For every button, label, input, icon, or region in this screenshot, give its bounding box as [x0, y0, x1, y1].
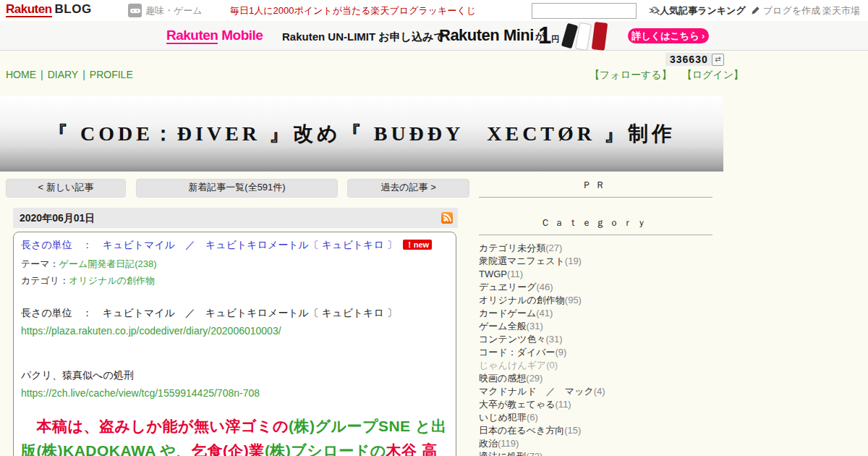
blog-nav: HOME|DIARY|PROFILE: [6, 69, 133, 80]
entry-date-bar: 2020年06月01日: [13, 208, 458, 228]
category-item-label: 衆院選マニフェスト: [479, 256, 565, 266]
category-item[interactable]: いじめ犯罪(6): [479, 411, 712, 424]
rakuten-blog-logo[interactable]: RakutenBLOG: [6, 2, 92, 17]
rakuten-mobile-logo: Rakuten Mobile: [166, 28, 263, 44]
rakuten-mobile-ad-banner[interactable]: Rakuten Mobile Rakuten UN-LIMIT お申し込みで R…: [0, 21, 868, 51]
counter-reload-icon[interactable]: ⇄: [712, 54, 724, 66]
search-box: [532, 3, 637, 19]
category-item-count: (27): [545, 242, 562, 253]
blog-title: 『 CODE：ĐIVER 』改め『 BUĐĐY XECTØR 』制作: [48, 120, 676, 148]
nav-diary-link[interactable]: DIARY: [48, 69, 79, 80]
category-item[interactable]: コンテンツ色々(31): [479, 333, 712, 346]
entry-category-row: カテゴリ：オリジナルの創作物: [21, 274, 448, 287]
ad-product-text: Rakuten Miniが: [439, 26, 545, 45]
category-item-label: カードゲーム: [479, 308, 536, 318]
blog-wordmark: BLOG: [55, 2, 92, 16]
category-item-label: デュヱリーグ: [479, 282, 537, 292]
category-item[interactable]: TWGP(11): [479, 268, 712, 281]
category-item[interactable]: マクドナルド ／ マック(4): [479, 385, 712, 398]
older-entries-button[interactable]: 過去の記事 >: [347, 179, 469, 198]
category-item[interactable]: オリジナルの創作物(95): [479, 294, 712, 307]
category-item[interactable]: ゲーム全般(31): [479, 320, 712, 333]
entry-body-link-2[interactable]: https://2ch.live/cache/view/tcg/15599144…: [21, 387, 260, 399]
nav-separator: |: [82, 69, 85, 80]
search-input[interactable]: [532, 5, 650, 17]
genre-label: 趣味・ゲーム: [145, 4, 203, 17]
category-heading: Ｃａｔｅｇｏｒｙ: [479, 216, 712, 235]
category-item-count: (29): [526, 373, 542, 384]
top-bar: RakutenBLOG 趣味・ゲーム 毎日1人に2000ポイントが当たる楽天ブロ…: [0, 0, 868, 22]
ranking-prefix: >>: [649, 5, 660, 16]
category-item-label: コンテンツ色々: [479, 334, 546, 345]
follow-button[interactable]: 【フォローする】: [590, 69, 672, 80]
category-item-count: (6): [527, 412, 538, 423]
rss-icon[interactable]: [441, 212, 453, 224]
big-text-segment: 乞食(企)業: [192, 442, 265, 456]
entry-body-heading: 長さの単位 ： キュビトマイル ／ キュビトキロメートル〔 キュビトキロ 〕: [21, 307, 448, 320]
category-item-label: TWGP: [479, 269, 507, 279]
login-button[interactable]: 【ログイン】: [682, 69, 744, 80]
entry-title-link[interactable]: 長さの単位 ： キュビトマイル ／ キュビトキロメートル〔 キュビトキロ 〕: [21, 239, 397, 250]
entry-category-link[interactable]: オリジナルの創作物: [69, 275, 155, 286]
category-item[interactable]: 大卒が教ェてゃる(11): [479, 398, 712, 411]
lucky-lottery-promo-link[interactable]: 毎日1人に2000ポイントが当たる楽天ブログラッキーくじ: [230, 0, 476, 21]
big-text-segment: (株)ブシロードの: [265, 442, 386, 456]
big-text: 本稿は、盗みしか能が無い滓ゴミの(株)グループSNE と出版(株)KADOKAW…: [21, 414, 448, 456]
popular-articles-ranking-link[interactable]: >>人気記事ランキング: [649, 0, 746, 21]
ad-campaign-text: Rakuten UN-LIMIT お申し込みで: [282, 30, 445, 44]
theme-label: テーマ：: [21, 258, 59, 269]
genre-link[interactable]: 趣味・ゲーム: [128, 4, 203, 17]
entry-date: 2020年06月01日: [20, 212, 95, 224]
entry-body-link-1[interactable]: https://plaza.rakuten.co.jp/codediver/di…: [21, 325, 281, 337]
big-text-segment: 本稿は、盗みしか能が無い滓ゴミの: [21, 418, 289, 434]
follow-login-row: 【フォローする】【ログイン】: [590, 69, 744, 82]
access-counter: 336630: [665, 53, 712, 66]
price-unit: 円: [551, 35, 559, 43]
category-list: カテゴリ未分類(27)衆院選マニフェスト(19)TWGP(11)デュヱリーグ(4…: [479, 242, 712, 456]
category-item-count: (46): [537, 282, 553, 292]
category-item[interactable]: 衆院選マニフェスト(19): [479, 255, 712, 268]
category-item-label: 日本の在るべき方向: [479, 425, 564, 436]
category-item-label: じゃんけんギア: [479, 360, 546, 371]
theme-link[interactable]: ゲーム開発者日記(238): [59, 258, 157, 269]
category-item-label: ゲーム全般: [479, 321, 527, 332]
category-item-count: (72): [526, 451, 542, 456]
nav-profile-link[interactable]: PROFILE: [90, 69, 133, 80]
category-item[interactable]: カードゲーム(41): [479, 307, 712, 320]
phone-images: [561, 22, 626, 50]
ad-price: 1円: [538, 22, 559, 49]
category-item[interactable]: 映画の感想(29): [479, 372, 712, 385]
category-item-label: マクドナルド ／ マック: [479, 386, 594, 397]
ranking-label: 人気記事ランキング: [660, 5, 746, 16]
category-item-label: 政治: [479, 438, 498, 449]
newer-entries-button[interactable]: < 新しい記事: [6, 179, 126, 198]
ad-cta-button[interactable]: 詳しくはこちら ›: [628, 28, 709, 43]
category-item-count: (11): [556, 399, 571, 410]
category-item[interactable]: じゃんけんギア(0): [479, 359, 712, 372]
rakuten-ichiba-link[interactable]: 楽天市場: [822, 0, 860, 21]
category-item-count: (0): [546, 360, 558, 371]
category-item-label: いじめ犯罪: [479, 412, 527, 423]
category-item-label: 大卒が教ェてゃる: [479, 399, 556, 410]
category-item-label: 映画の感想: [479, 373, 526, 384]
rakuten-wordmark: Rakuten: [6, 2, 52, 17]
category-item[interactable]: 適法に処刑(72): [479, 450, 712, 456]
category-label: カテゴリ：: [21, 275, 69, 286]
category-item[interactable]: デュヱリーグ(46): [479, 281, 712, 294]
entry-body-line-2: パクリ、猿真似への処刑: [21, 369, 448, 382]
category-item-count: (19): [565, 256, 582, 266]
category-item[interactable]: コード：ダイバー(9): [479, 346, 712, 359]
category-item[interactable]: 政治(119): [479, 437, 712, 450]
category-item-count: (9): [556, 347, 567, 358]
rakuten-mobile-word1: Rakuten: [166, 28, 218, 44]
entry-theme-row: テーマ：ゲーム開発者日記(238): [21, 258, 448, 271]
category-item-count: (15): [564, 425, 581, 436]
create-blog-link[interactable]: ブログを作成: [751, 0, 820, 21]
category-item-label: オリジナルの創作物: [479, 295, 565, 305]
category-item-count: (119): [498, 438, 519, 449]
nav-home-link[interactable]: HOME: [6, 69, 36, 80]
category-item-label: 適法に処刑: [479, 451, 526, 456]
category-item[interactable]: カテゴリ未分類(27): [479, 242, 712, 255]
entry-archive-button[interactable]: 新着記事一覧(全591件): [136, 179, 338, 198]
category-item[interactable]: 日本の在るべき方向(15): [479, 424, 712, 437]
